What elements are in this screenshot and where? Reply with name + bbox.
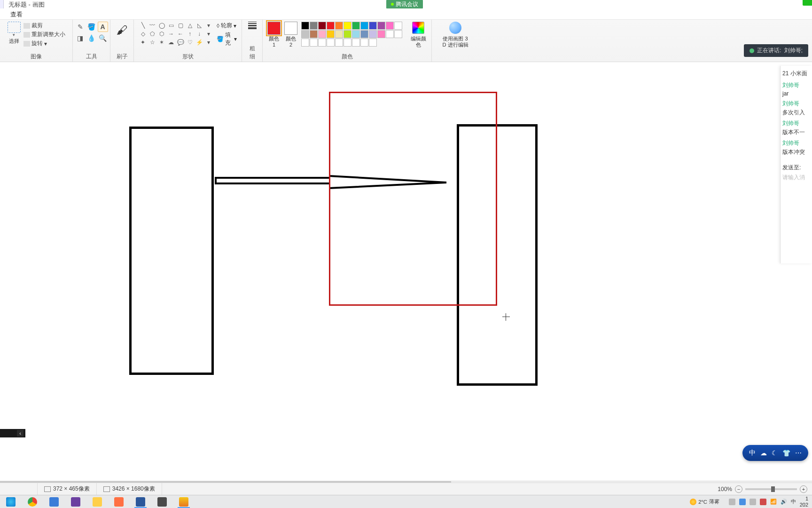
shape-diamond[interactable]: ◇ [139,30,147,38]
pencil-tool[interactable]: ✎ [75,22,86,32]
taskbar-explorer[interactable] [86,495,108,508]
shape-oval[interactable]: ◯ [157,22,166,29]
palette-color[interactable] [352,22,360,30]
shape-heart[interactable]: ♡ [186,39,194,46]
taskbar-app3[interactable] [108,495,130,508]
shape-rtri[interactable]: ◺ [195,22,203,29]
taskbar-app2[interactable] [65,495,86,508]
palette-color[interactable] [318,30,326,38]
palette-color[interactable] [301,39,309,47]
palette-color[interactable] [369,22,377,30]
tray-wifi-icon[interactable]: 📶 [770,499,777,505]
tray-icon-1[interactable] [739,499,746,505]
menu-view[interactable]: 查看 [6,9,27,20]
ime-moon-icon[interactable]: ☾ [772,449,778,457]
shape-darrow[interactable]: ↓ [195,30,203,38]
shape-star4[interactable]: ✦ [139,39,147,46]
rotate-button[interactable]: 旋转▾ [23,40,65,48]
shape-pentagon[interactable]: ⬠ [148,30,156,38]
taskbar-app1[interactable] [43,495,65,508]
palette-color[interactable] [310,30,318,38]
taskbar-clock[interactable]: 1 202 [800,496,808,507]
edit-colors-button[interactable] [412,22,424,34]
tray-chevron-icon[interactable] [729,499,735,505]
ime-skin-icon[interactable]: 👕 [782,449,790,457]
palette-color[interactable] [377,22,385,30]
paint3d-button[interactable]: 使用画图 3D 进行编辑 [443,22,468,48]
palette-color[interactable] [394,22,402,30]
palette-color[interactable] [335,39,343,47]
quick-access[interactable] [0,0,4,8]
text-tool[interactable]: A [98,22,108,32]
chat-input[interactable]: 请输入消 [782,174,810,182]
palette-color[interactable] [344,30,351,38]
resize-button[interactable]: 重新调整大小 [23,31,65,39]
ime-toolbar[interactable]: 中 ☁ ☾ 👕 ⋯ [742,445,808,461]
shape-callout2[interactable]: 💬 [176,39,185,46]
palette-color[interactable] [301,30,309,38]
shape-bolt[interactable]: ⚡ [195,39,203,46]
dock-chevron-icon[interactable]: ‹ [17,430,23,437]
shape-larrow[interactable]: ← [176,30,185,38]
shape-rarrow[interactable]: → [167,30,175,38]
selection-marquee[interactable] [329,92,497,306]
tray-icon-2[interactable] [750,499,756,505]
shape-roundrect[interactable]: ▢ [176,22,185,29]
shape-star5[interactable]: ☆ [148,39,156,46]
taskbar-paint[interactable] [173,495,195,508]
taskbar-chrome[interactable] [22,495,43,508]
shape-more1[interactable]: ▾ [204,22,213,29]
palette-color[interactable] [318,39,326,47]
shape-fill-button[interactable]: 🪣填充▾ [217,31,237,47]
select-tool[interactable] [8,22,21,33]
palette-color[interactable] [335,30,343,38]
crop-button[interactable]: 裁剪 [23,22,65,30]
shape-more2[interactable]: ▾ [204,30,213,38]
window-control[interactable] [803,0,812,6]
zoom-slider[interactable] [745,488,797,490]
zoom-in-button[interactable]: + [800,485,807,493]
shape-callout1[interactable]: ☁ [167,39,175,46]
zoom-out-button[interactable]: − [735,485,742,493]
palette-color[interactable] [344,39,351,47]
palette-color[interactable] [335,22,343,30]
shape-line[interactable]: ╲ [139,22,147,29]
meeting-badge[interactable]: 腾讯会议 [386,0,423,8]
picker-tool[interactable]: 💧 [86,33,97,43]
palette-color[interactable] [352,30,360,38]
shape-triangle[interactable]: △ [186,22,194,29]
palette-color[interactable] [360,30,368,38]
shape-more3[interactable]: ▾ [204,39,213,46]
ime-lang[interactable]: 中 [749,449,756,457]
thickness-button[interactable] [247,22,258,29]
palette-color[interactable] [327,30,335,38]
tray-lang[interactable]: 中 [791,498,796,505]
canvas[interactable] [0,73,812,483]
palette-color[interactable] [386,22,394,30]
taskbar-edge[interactable] [0,495,22,508]
bucket-tool[interactable]: 🪣 [86,22,97,32]
taskbar-word[interactable] [130,495,151,508]
shape-curve[interactable]: 〰 [148,22,156,29]
palette-color[interactable] [318,22,326,30]
ime-cloud-icon[interactable]: ☁ [760,449,767,457]
dark-dock[interactable]: ‹ [0,429,25,437]
shape-star6[interactable]: ✶ [157,39,166,46]
ime-more-icon[interactable]: ⋯ [795,449,802,457]
palette-color[interactable] [344,22,351,30]
magnifier-tool[interactable]: 🔍 [98,33,108,43]
palette-color[interactable] [310,22,318,30]
tray-icon-3[interactable] [760,499,766,505]
shape-outline-button[interactable]: ◊轮廓▾ [217,22,237,30]
palette-color[interactable] [360,22,368,30]
taskbar-weather[interactable]: 2°C 薄雾 [690,498,719,505]
shape-hexagon[interactable]: ⬡ [157,30,166,38]
shape-rect[interactable]: ▭ [167,22,175,29]
tray-volume-icon[interactable]: 🔊 [781,499,787,505]
eraser-tool[interactable]: ◨ [75,33,86,43]
palette-color[interactable] [327,22,335,30]
palette-color[interactable] [352,39,360,47]
palette-color[interactable] [310,39,318,47]
palette-color[interactable] [394,30,402,38]
shapes-gallery[interactable]: ╲ 〰 ◯ ▭ ▢ △ ◺ ▾ ◇ ⬠ ⬡ → ← ↑ ↓ ▾ ✦ ☆ ✶ ☁ [139,22,213,46]
